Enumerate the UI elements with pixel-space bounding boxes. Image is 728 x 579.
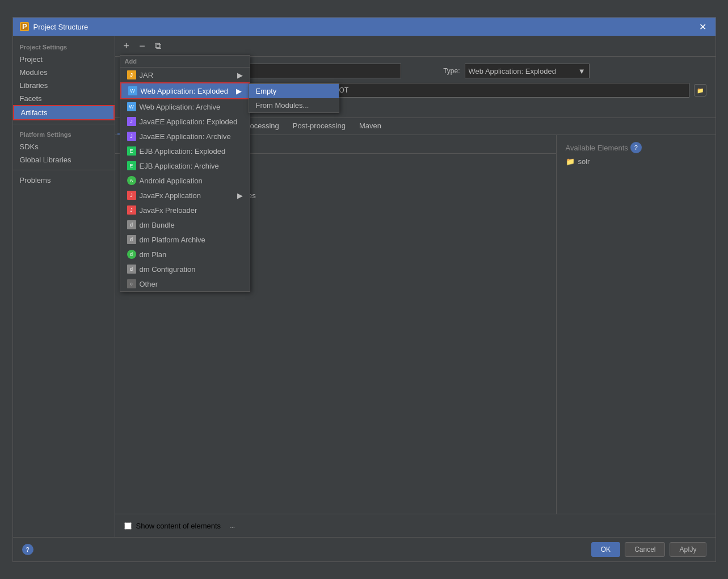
add-button[interactable]: + [120, 39, 133, 53]
dm-plan-icon: d [127, 250, 136, 259]
javafx-preloader-icon: J [127, 205, 136, 215]
tab-post-processing-label: Post-processing [293, 121, 346, 130]
jar-arrow-icon: ▶ [237, 71, 243, 79]
menu-item-web-archive[interactable]: W Web Application: Archive [120, 99, 250, 114]
copy-button[interactable]: ⧉ [152, 39, 165, 53]
menu-item-other[interactable]: ○ Other [120, 276, 250, 291]
submenu-from-modules[interactable]: From Modules... [249, 98, 339, 112]
title-bar-left: P Project Structure [20, 22, 89, 31]
platform-settings-section: Platform Settings [13, 128, 115, 140]
menu-item-dm-platform-archive[interactable]: d dm Platform Archive [120, 232, 250, 247]
type-select-value: Web Application: Exploded [469, 67, 556, 75]
ejb-archive-icon: E [127, 161, 136, 170]
sidebar-item-sdks[interactable]: SDKs [13, 140, 115, 153]
sidebar-divider [13, 124, 115, 124]
project-label: Project [20, 55, 43, 64]
menu-item-dm-plan[interactable]: d dm Plan [120, 247, 250, 262]
sidebar-item-artifacts[interactable]: Artifacts [13, 105, 115, 120]
menu-item-other-label: Other [140, 280, 158, 288]
global-libraries-label: Global Libraries [20, 156, 71, 164]
sidebar-item-modules[interactable]: Modules [13, 66, 115, 79]
svg-text:P: P [22, 23, 27, 30]
menu-item-dm-plan-label: dm Plan [140, 250, 167, 259]
sidebar-item-facets[interactable]: Facets [13, 92, 115, 105]
menu-item-javafx-label: JavaFx Application [140, 191, 201, 200]
add-menu-container: + Add J JAR ▶ W Web Application [120, 39, 133, 53]
javaee-archive-icon: J [127, 132, 136, 141]
tab-post-processing[interactable]: Post-processing [286, 118, 352, 135]
javafx-icon: J [127, 191, 136, 200]
menu-item-javaee-archive[interactable]: J JavaEE Application: Archive [120, 129, 250, 144]
main-toolbar: + Add J JAR ▶ W Web Application [115, 36, 716, 57]
sidebar-divider2 [13, 170, 115, 170]
sidebar-item-project[interactable]: Project [13, 53, 115, 66]
type-label: Type: [415, 67, 460, 75]
sdks-label: SDKs [20, 142, 39, 151]
menu-item-dm-bundle[interactable]: d dm Bundle [120, 217, 250, 232]
menu-item-ejb-archive[interactable]: E EJB Application: Archive [120, 158, 250, 173]
menu-item-jar[interactable]: J JAR ▶ [120, 68, 250, 82]
solr-folder-icon: 📁 [566, 157, 575, 166]
web-exploded-arrow-icon: ▶ [236, 87, 242, 95]
sidebar-item-global-libraries[interactable]: Global Libraries [13, 153, 115, 166]
sidebar-item-problems[interactable]: Problems [13, 174, 115, 187]
menu-item-ejb-archive-label: EJB Application: Archive [140, 162, 219, 170]
menu-item-dm-configuration[interactable]: d dm Configuration [120, 262, 250, 276]
available-solr-item[interactable]: 📁 solr [561, 156, 711, 167]
menu-item-javafx-preloader[interactable]: J JavaFx Preloader [120, 203, 250, 217]
type-select[interactable]: Web Application: Exploded ▼ [465, 64, 590, 78]
submenu-empty[interactable]: Empty [249, 84, 339, 98]
tab-maven[interactable]: Maven [352, 118, 388, 135]
dm-bundle-icon: d [127, 220, 136, 229]
menu-item-android[interactable]: A Android Application [120, 173, 250, 188]
web-exploded-icon: W [128, 86, 137, 95]
menu-item-javaee-exploded[interactable]: J JavaEE Application: Exploded [120, 114, 250, 129]
other-icon: ○ [127, 279, 136, 288]
javafx-arrow-icon: ▶ [237, 191, 243, 200]
jar-icon: J [127, 70, 136, 79]
javaee-exploded-icon: J [127, 117, 136, 126]
dialog-body: Project Settings Project Modules Librari… [13, 36, 716, 537]
menu-item-dm-configuration-label: dm Configuration [140, 265, 196, 274]
libraries-label: Libraries [20, 81, 48, 90]
close-button[interactable]: ✕ [697, 22, 709, 32]
apply-button[interactable]: ApIJy [670, 542, 706, 557]
menu-item-web-exploded-label: Web Application: Exploded [141, 87, 228, 95]
modules-label: Modules [20, 68, 48, 77]
menu-item-javaee-exploded-label: JavaEE Application: Exploded [140, 118, 238, 126]
menu-item-dm-platform-archive-label: dm Platform Archive [140, 236, 205, 244]
add-menu-header: Add [120, 56, 250, 68]
menu-item-dm-bundle-label: dm Bundle [140, 221, 175, 229]
title-bar: P Project Structure ✕ [13, 18, 716, 36]
dots-button[interactable]: ... [225, 519, 239, 532]
solr-folder-label: solr [578, 157, 590, 166]
available-elements-label: Available Elements ? [561, 140, 711, 156]
menu-item-jar-label: JAR [140, 71, 154, 79]
show-content-checkbox[interactable] [124, 522, 132, 530]
menu-item-javafx[interactable]: J JavaFx Application ▶ [120, 188, 250, 203]
web-exploded-submenu: Empty From Modules... [249, 83, 339, 113]
menu-item-web-archive-label: Web Application: Archive [140, 103, 221, 111]
web-archive-icon: W [127, 102, 136, 111]
footer-help-button[interactable]: ? [22, 544, 33, 555]
menu-item-ejb-exploded[interactable]: E EJB Application: Exploded [120, 144, 250, 158]
ok-button[interactable]: OK [591, 542, 620, 557]
submenu-from-modules-label: From Modules... [256, 101, 309, 110]
menu-item-web-exploded[interactable]: W Web Application: Exploded ▶ Empty From… [120, 82, 250, 99]
cancel-button[interactable]: Cancel [625, 542, 665, 557]
menu-item-ejb-exploded-label: EJB Application: Exploded [140, 147, 226, 156]
ejb-exploded-icon: E [127, 146, 136, 156]
dialog-title: Project Structure [33, 23, 89, 31]
problems-label: Problems [20, 176, 51, 184]
browse-output-dir-button[interactable]: 📁 [694, 84, 706, 96]
bottom-bar: Show content of elements ... [115, 514, 716, 537]
show-content-label: Show content of elements [136, 522, 221, 530]
tab-maven-label: Maven [359, 121, 381, 130]
sidebar-item-libraries[interactable]: Libraries [13, 79, 115, 92]
dialog-footer: ? OK Cancel ApIJy [13, 537, 716, 561]
help-button[interactable]: ? [630, 142, 642, 153]
main-content: + Add J JAR ▶ W Web Application [115, 36, 716, 537]
app-icon: P [20, 22, 29, 31]
dm-platform-archive-icon: d [127, 235, 136, 244]
remove-button[interactable]: − [136, 39, 149, 53]
